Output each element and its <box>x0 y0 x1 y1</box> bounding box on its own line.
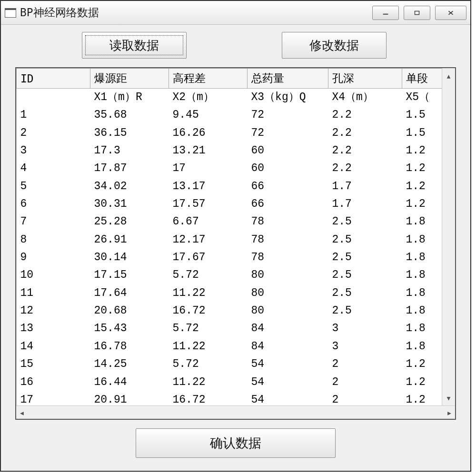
table-cell: 5.72 <box>169 320 248 337</box>
table-wrap: ID爆源距高程差总药量孔深单段 X1（m）RX2（m）X3（kg）QX4（m）X… <box>16 68 455 405</box>
table-cell: 30.31 <box>90 195 169 213</box>
table-row[interactable]: 1117.6411.22802.51.8 <box>17 284 442 302</box>
table-cell: 34.02 <box>90 178 169 195</box>
table-cell: 1.8 <box>402 320 442 337</box>
window-controls <box>372 6 466 20</box>
table-row[interactable]: 236.1516.26722.21.5 <box>17 124 442 142</box>
table-row[interactable]: 1220.6816.72802.51.8 <box>17 302 442 320</box>
table-row[interactable]: 1416.7811.228431.8 <box>17 338 442 355</box>
table-cell: 20.68 <box>90 302 169 320</box>
table-cell: 8 <box>17 231 90 249</box>
table-cell: 80 <box>248 266 328 284</box>
table-cell: 1.2 <box>402 178 442 195</box>
table-cell: 1.7 <box>328 178 402 195</box>
table-cell: 9 <box>17 249 90 266</box>
scroll-right-icon: ▸ <box>446 408 452 417</box>
table-cell: 17.15 <box>90 266 169 284</box>
table-cell: 2.5 <box>328 284 402 302</box>
table-cell: 1.7 <box>328 195 402 213</box>
table-cell: 1.5 <box>402 124 442 142</box>
table-cell: 2 <box>17 124 90 142</box>
table-cell: X2（m） <box>169 89 248 107</box>
close-button[interactable] <box>435 6 466 20</box>
table-cell: 80 <box>248 302 328 320</box>
horizontal-scrollbar[interactable]: ◂ ▸ <box>16 405 455 419</box>
table-cell: 13.17 <box>169 178 248 195</box>
table-cell: 1.8 <box>402 302 442 320</box>
table-cell: 72 <box>248 106 328 124</box>
table-cell: X1（m）R <box>90 89 169 107</box>
table-cell: 1.2 <box>402 374 442 391</box>
table-body: X1（m）RX2（m）X3（kg）QX4（m）X5（135.689.45722.… <box>17 89 442 406</box>
table-cell: 84 <box>248 338 328 355</box>
bottom-area: 确认数据 <box>15 428 456 458</box>
table-cell: 10 <box>17 266 90 284</box>
read-data-button[interactable]: 读取数据 <box>82 32 187 59</box>
table-cell: 1.8 <box>402 266 442 284</box>
table-cell: 2.5 <box>328 266 402 284</box>
table-row[interactable]: 826.9112.17782.51.8 <box>17 231 442 249</box>
titlebar-left: BP神经网络数据 <box>5 5 99 20</box>
column-header[interactable]: 高程差 <box>169 69 248 89</box>
scroll-up-icon: ▴ <box>446 71 451 81</box>
column-header[interactable]: ID <box>17 69 90 89</box>
table-row[interactable]: 1514.255.725421.2 <box>17 355 442 373</box>
confirm-data-button[interactable]: 确认数据 <box>136 428 336 458</box>
table-cell: 2.5 <box>328 249 402 266</box>
table-cell: 14.25 <box>90 355 169 373</box>
table-cell: 26.91 <box>90 231 169 249</box>
modify-data-button[interactable]: 修改数据 <box>282 32 387 59</box>
table-cell: 2 <box>328 391 402 405</box>
vertical-scrollbar[interactable]: ▴ ▾ <box>442 68 455 405</box>
table-cell: 2.5 <box>328 231 402 249</box>
table-cell: 1.2 <box>402 195 442 213</box>
column-header[interactable]: 单段 <box>402 69 442 89</box>
table-cell: 11.22 <box>169 338 248 355</box>
table-row[interactable]: 135.689.45722.21.5 <box>17 106 442 124</box>
table-cell: 35.68 <box>90 106 169 124</box>
table-cell: 17.64 <box>90 284 169 302</box>
table-row[interactable]: 534.0213.17661.71.2 <box>17 178 442 195</box>
titlebar: BP神经网络数据 <box>1 1 470 25</box>
table-cell: 1.2 <box>402 142 442 160</box>
maximize-button[interactable] <box>404 6 430 20</box>
table-row[interactable]: 417.8717602.21.2 <box>17 160 442 177</box>
client-area: 读取数据 修改数据 ID爆源距高程差总药量孔深单段 X1（m）RX2（m）X3（… <box>1 25 470 471</box>
table-cell: 11 <box>17 284 90 302</box>
table-cell: 1.2 <box>402 160 442 177</box>
table-cell: 1.8 <box>402 213 442 231</box>
table-cell: 16.72 <box>169 391 248 405</box>
column-header[interactable]: 总药量 <box>248 69 328 89</box>
column-header[interactable]: 爆源距 <box>90 69 169 89</box>
column-header[interactable]: 孔深 <box>328 69 402 89</box>
table-row[interactable]: 725.286.67782.51.8 <box>17 213 442 231</box>
table-cell: 16.72 <box>169 302 248 320</box>
scroll-left-icon: ◂ <box>19 408 25 417</box>
table-row[interactable]: 317.313.21602.21.2 <box>17 142 442 160</box>
table-cell: 2.2 <box>328 106 402 124</box>
table-row[interactable]: X1（m）RX2（m）X3（kg）QX4（m）X5（ <box>17 89 442 107</box>
table-cell: 1.8 <box>402 249 442 266</box>
table-cell: 54 <box>248 374 328 391</box>
table-cell: 36.15 <box>90 124 169 142</box>
table-row[interactable]: 1315.435.728431.8 <box>17 320 442 337</box>
table-row[interactable]: 1017.155.72802.51.8 <box>17 266 442 284</box>
minimize-button[interactable] <box>372 6 399 20</box>
table-row[interactable]: 630.3117.57661.71.2 <box>17 195 442 213</box>
table-cell: 2.2 <box>328 142 402 160</box>
table-cell: 13 <box>17 320 90 337</box>
table-cell: 3 <box>328 338 402 355</box>
table-cell: 20.91 <box>90 391 169 405</box>
table-cell: 17 <box>169 160 248 177</box>
svg-rect-1 <box>415 11 419 14</box>
table-cell: 15.43 <box>90 320 169 337</box>
scroll-down-icon: ▾ <box>446 393 451 403</box>
data-grid[interactable]: ID爆源距高程差总药量孔深单段 X1（m）RX2（m）X3（kg）QX4（m）X… <box>15 67 456 420</box>
table-row[interactable]: 1720.9116.725421.2 <box>17 391 442 405</box>
table-cell: 1.2 <box>402 355 442 373</box>
table-row[interactable]: 1616.4411.225421.2 <box>17 374 442 391</box>
table-cell: 2.2 <box>328 160 402 177</box>
table-cell: 2.5 <box>328 213 402 231</box>
table-row[interactable]: 930.1417.67782.51.8 <box>17 249 442 266</box>
table-cell: 25.28 <box>90 213 169 231</box>
